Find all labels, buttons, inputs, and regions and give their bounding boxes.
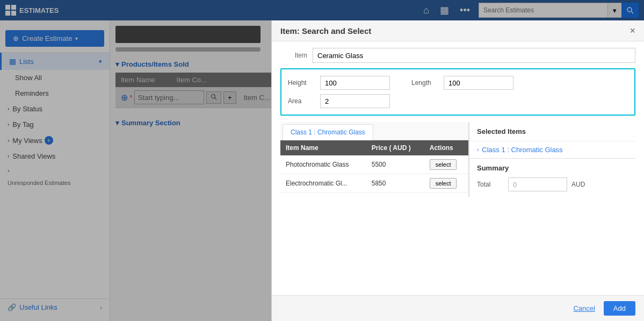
summary-header: Summary bbox=[477, 164, 628, 172]
item-action-cell: select bbox=[424, 174, 468, 193]
table-row: Photochromatic Glass 5500 select bbox=[280, 155, 468, 174]
table-row: Electrochromatic Gl... 5850 select bbox=[280, 174, 468, 193]
area-label: Area bbox=[288, 97, 309, 105]
item-name-cell: Electrochromatic Gl... bbox=[280, 174, 366, 193]
modal-right-panel: Selected Items › Class 1 : Chromatic Gla… bbox=[469, 122, 635, 197]
height-input[interactable] bbox=[320, 76, 390, 90]
item-input[interactable] bbox=[313, 48, 635, 63]
selected-item-label: Class 1 : Chromatic Glass bbox=[482, 146, 562, 154]
selected-items-header: Selected Items bbox=[469, 122, 635, 141]
select-item-button[interactable]: select bbox=[430, 159, 457, 170]
total-label: Total bbox=[477, 181, 504, 188]
tab-chromatic-glass[interactable]: Class 1 : Chromatic Glass bbox=[283, 124, 373, 140]
summary-section: Summary Total AUD bbox=[469, 158, 635, 197]
dimensions-box: Height Length Area bbox=[280, 68, 635, 116]
item-action-cell: select bbox=[424, 155, 468, 174]
modal-header: Item: Search and Select × bbox=[272, 20, 644, 41]
col-actions: Actions bbox=[424, 140, 468, 155]
modal-lower: Class 1 : Chromatic Glass Item Name Pric… bbox=[280, 122, 635, 197]
total-row: Total AUD bbox=[477, 177, 628, 191]
items-table: Item Name Price ( AUD ) Actions Photochr… bbox=[280, 140, 468, 193]
item-field-row: Item bbox=[280, 48, 635, 63]
item-price-cell: 5500 bbox=[366, 155, 424, 174]
height-label: Height bbox=[288, 79, 309, 87]
area-row: Area bbox=[288, 94, 628, 108]
modal-title: Item: Search and Select bbox=[280, 26, 371, 35]
modal-search-select: Item: Search and Select × Item Height Le… bbox=[271, 20, 644, 321]
col-item-name: Item Name bbox=[280, 140, 366, 155]
modal-left-panel: Class 1 : Chromatic Glass Item Name Pric… bbox=[280, 122, 469, 197]
height-length-row: Height Length bbox=[288, 76, 628, 90]
item-price-cell: 5850 bbox=[366, 174, 424, 193]
length-input[interactable] bbox=[444, 76, 513, 90]
col-price: Price ( AUD ) bbox=[366, 140, 424, 155]
add-button[interactable]: Add bbox=[604, 301, 635, 316]
total-input[interactable] bbox=[508, 177, 567, 191]
selected-item-arrow-icon: › bbox=[477, 147, 479, 153]
total-currency: AUD bbox=[571, 181, 585, 188]
selected-item-chromatic-glass[interactable]: › Class 1 : Chromatic Glass bbox=[469, 141, 635, 158]
item-label: Item bbox=[280, 52, 307, 59]
modal-body: Item Height Length Area Class 1 : Chroma… bbox=[272, 41, 644, 295]
modal-footer: Cancel Add bbox=[272, 295, 644, 321]
select-item-button[interactable]: select bbox=[430, 178, 457, 189]
cancel-button[interactable]: Cancel bbox=[569, 302, 599, 315]
item-name-cell: Photochromatic Glass bbox=[280, 155, 366, 174]
tab-bar: Class 1 : Chromatic Glass bbox=[280, 122, 468, 140]
modal-close-button[interactable]: × bbox=[629, 26, 635, 35]
length-label: Length bbox=[411, 79, 433, 87]
area-input[interactable] bbox=[320, 94, 390, 108]
